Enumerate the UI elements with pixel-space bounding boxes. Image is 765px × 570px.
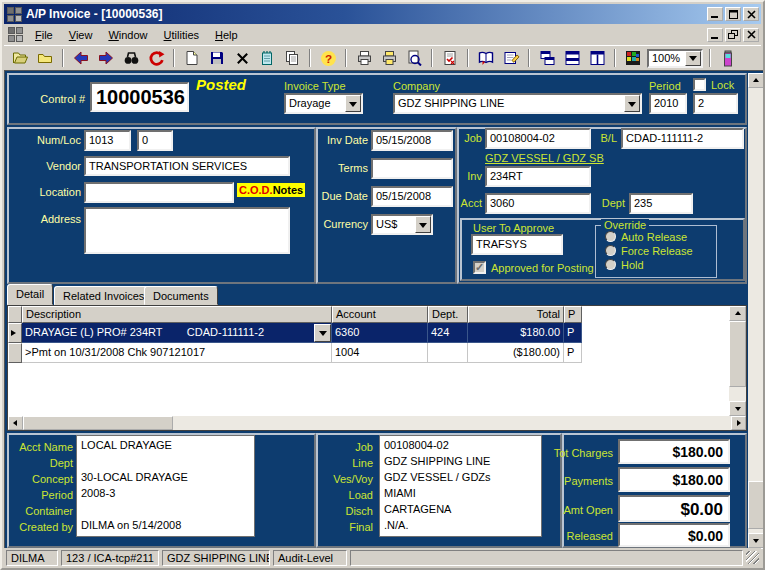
- company-dropdown-button[interactable]: [624, 95, 640, 112]
- column-header-dept[interactable]: Dept.: [428, 306, 468, 323]
- force-release-radio[interactable]: [605, 245, 616, 256]
- currency-select[interactable]: US$: [371, 214, 433, 235]
- vendor-number-field[interactable]: 1013: [84, 130, 131, 151]
- grid-horizontal-scrollbar[interactable]: [8, 416, 746, 430]
- tab-documents[interactable]: Documents: [144, 286, 218, 305]
- menu-window[interactable]: Window: [100, 26, 155, 44]
- period2-field[interactable]: 2: [693, 93, 738, 114]
- row-selector[interactable]: [8, 343, 22, 363]
- column-header-p[interactable]: P: [564, 306, 582, 323]
- scroll-down-button[interactable]: [748, 533, 764, 548]
- tile-horizontal-button[interactable]: [561, 48, 583, 68]
- edit-invoice-button[interactable]: [500, 48, 522, 68]
- cell-account[interactable]: 1004: [332, 343, 428, 363]
- vendor-name-field[interactable]: TRANSPORTATION SERVICES: [84, 156, 290, 176]
- grid-vertical-scrollbar[interactable]: [729, 306, 746, 416]
- previous-record-button[interactable]: [70, 48, 92, 68]
- cell-p[interactable]: P: [564, 323, 582, 343]
- auto-release-radio[interactable]: [605, 231, 616, 242]
- address-field[interactable]: [84, 207, 290, 254]
- audit-button[interactable]: [439, 48, 461, 68]
- minimize-button[interactable]: [707, 7, 723, 21]
- scroll-down-button[interactable]: [729, 401, 746, 416]
- cell-description[interactable]: >Pmt on 10/31/2008 Chk 907121017: [22, 343, 332, 363]
- cod-notes-badge[interactable]: C.O.D.Notes: [237, 183, 305, 197]
- scroll-left-button[interactable]: [8, 416, 23, 430]
- user-to-approve-field[interactable]: TRAFSYS: [471, 234, 563, 255]
- menu-utilities[interactable]: Utilities: [156, 26, 207, 44]
- cell-description[interactable]: DRAYAGE (L) PRO# 234RT CDAD-111111-2: [22, 323, 332, 343]
- menu-help[interactable]: Help: [207, 26, 246, 44]
- app-icon[interactable]: [7, 7, 22, 22]
- dept-field[interactable]: 235: [629, 193, 693, 214]
- invoice-type-select[interactable]: Drayage: [284, 93, 363, 114]
- title-bar[interactable]: A/P Invoice - [10000536]: [4, 4, 761, 24]
- cell-total[interactable]: $180.00: [468, 323, 564, 343]
- notes-button[interactable]: [256, 48, 278, 68]
- zoom-select[interactable]: 100%: [647, 49, 703, 68]
- notes-label[interactable]: Notes: [273, 184, 304, 196]
- row-selector[interactable]: [8, 323, 22, 343]
- child-minimize-button[interactable]: [707, 28, 723, 42]
- company-select[interactable]: GDZ SHIPPING LINE: [393, 93, 642, 114]
- open-button[interactable]: [9, 48, 31, 68]
- hold-radio[interactable]: [605, 259, 616, 270]
- child-window-icon[interactable]: [8, 27, 23, 42]
- column-header-total[interactable]: Total: [468, 306, 564, 323]
- description-dropdown-button[interactable]: [314, 324, 331, 342]
- form-vertical-scrollbar[interactable]: [748, 73, 764, 548]
- close-button[interactable]: [743, 7, 759, 21]
- lock-checkbox[interactable]: [693, 78, 706, 91]
- control-number-field[interactable]: 10000536: [90, 82, 189, 112]
- save-button[interactable]: [206, 48, 228, 68]
- inv-field[interactable]: 234RT: [485, 166, 591, 187]
- delete-button[interactable]: [231, 48, 253, 68]
- scroll-up-button[interactable]: [729, 306, 746, 321]
- scrollbar-thumb[interactable]: [729, 321, 746, 387]
- period-field[interactable]: 2010: [649, 93, 687, 114]
- menu-view[interactable]: View: [61, 26, 101, 44]
- approved-for-posting-checkbox[interactable]: ✓: [473, 261, 486, 274]
- column-header-description[interactable]: Description: [22, 306, 332, 323]
- cell-dept[interactable]: [428, 343, 468, 363]
- inv-date-field[interactable]: 05/15/2008: [371, 130, 453, 151]
- tile-vertical-button[interactable]: [586, 48, 608, 68]
- new-button[interactable]: [181, 48, 203, 68]
- invoice-type-dropdown-button[interactable]: [345, 95, 361, 112]
- tab-related-invoices[interactable]: Related Invoices: [54, 286, 153, 305]
- cell-total[interactable]: ($180.00): [468, 343, 564, 363]
- menu-file[interactable]: File: [27, 26, 61, 44]
- scroll-right-button[interactable]: [731, 416, 746, 430]
- job-field[interactable]: 00108004-02: [485, 128, 591, 149]
- next-record-button[interactable]: [95, 48, 117, 68]
- column-header-account[interactable]: Account: [332, 306, 428, 323]
- terms-field[interactable]: [371, 158, 453, 179]
- refresh-button[interactable]: [145, 48, 167, 68]
- cell-p[interactable]: P: [564, 343, 582, 363]
- vendor-loc-field[interactable]: 0: [137, 130, 173, 151]
- print-setup-button[interactable]: [378, 48, 400, 68]
- scrollbar-thumb[interactable]: [23, 416, 173, 430]
- resize-grip[interactable]: [746, 551, 759, 564]
- maximize-button[interactable]: [725, 7, 741, 21]
- zoom-dropdown-button[interactable]: [685, 51, 701, 66]
- vessel-link[interactable]: GDZ VESSEL / GDZ SB: [485, 152, 604, 164]
- due-date-field[interactable]: 05/15/2008: [371, 186, 453, 207]
- currency-dropdown-button[interactable]: [415, 216, 431, 233]
- bl-field[interactable]: CDAD-111111-2: [621, 128, 744, 149]
- child-restore-button[interactable]: [725, 28, 741, 42]
- print-button[interactable]: [353, 48, 375, 68]
- cell-dept[interactable]: 424: [428, 323, 468, 343]
- help-button[interactable]: ?: [317, 48, 339, 68]
- ledger-button[interactable]: [475, 48, 497, 68]
- location-field[interactable]: [84, 182, 234, 203]
- scroll-up-button[interactable]: [748, 73, 764, 88]
- copy-button[interactable]: [281, 48, 303, 68]
- tab-detail[interactable]: Detail: [7, 284, 53, 305]
- folder-button[interactable]: [34, 48, 56, 68]
- find-button[interactable]: [120, 48, 142, 68]
- color-settings-button[interactable]: [622, 48, 644, 68]
- cascade-windows-button[interactable]: [536, 48, 558, 68]
- scrollbar-thumb[interactable]: [748, 481, 764, 529]
- print-preview-button[interactable]: [403, 48, 425, 68]
